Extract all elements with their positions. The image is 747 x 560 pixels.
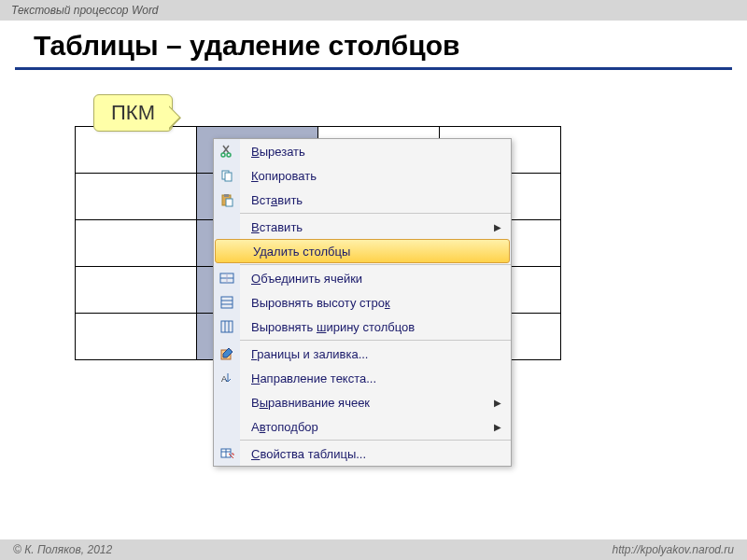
menu-label: Вставить (240, 193, 511, 207)
svg-text:A: A (221, 374, 227, 384)
header-text: Текстовый процессор Word (11, 4, 159, 17)
table-properties-icon (214, 441, 240, 466)
submenu-arrow-icon: ▶ (494, 222, 501, 232)
submenu-arrow-icon: ▶ (494, 422, 501, 432)
header-bar: Текстовый процессор Word (0, 0, 747, 21)
paste-icon (214, 188, 240, 212)
distribute-cols-icon (214, 315, 240, 339)
svg-point-1 (227, 153, 231, 157)
menu-label: Автоподбор (240, 420, 511, 434)
callout-pkm: ПКМ (93, 94, 173, 132)
menu-label: Выровнять ширину столбцов (240, 320, 511, 334)
borders-icon (214, 342, 240, 366)
svg-rect-3 (225, 173, 232, 181)
blank-icon (216, 240, 242, 262)
menu-item-insert[interactable]: Вставить ▶ (214, 215, 511, 239)
menu-label: Границы и заливка... (240, 347, 511, 361)
copy-icon (214, 163, 240, 188)
footer-url: http://kpolyakov.narod.ru (612, 543, 734, 556)
menu-item-distribute-cols[interactable]: Выровнять ширину столбцов (214, 315, 511, 339)
menu-item-cut[interactable]: Вырезать (214, 139, 511, 163)
menu-item-text-direction[interactable]: A Направление текста... (214, 366, 511, 390)
blank-icon (214, 414, 240, 439)
callout-label: ПКМ (111, 101, 155, 124)
menu-item-merge[interactable]: Объединить ячейки (214, 266, 511, 290)
menu-item-autofit[interactable]: Автоподбор ▶ (214, 414, 511, 439)
distribute-rows-icon (214, 290, 240, 315)
menu-item-paste[interactable]: Вставить (214, 188, 511, 212)
menu-item-cell-alignment[interactable]: Выравнивание ячеек ▶ (214, 390, 511, 414)
content-area: ПКМ Вырезать Копировать Вставить (0, 70, 747, 126)
menu-label: Объединить ячейки (240, 272, 511, 286)
menu-item-distribute-rows[interactable]: Выровнять высоту строк (214, 290, 511, 315)
submenu-arrow-icon: ▶ (494, 398, 501, 408)
menu-label: Выровнять высоту строк (240, 296, 511, 310)
context-menu: Вырезать Копировать Вставить Вставить ▶ … (213, 138, 512, 467)
merge-cells-icon (214, 266, 240, 290)
menu-label: Вырезать (240, 145, 511, 159)
slide-title: Таблицы – удаление столбцов (15, 21, 732, 70)
menu-label: Выравнивание ячеек (240, 396, 511, 410)
menu-item-delete-columns[interactable]: Удалить столбцы (215, 239, 510, 263)
footer-bar: © К. Поляков, 2012 http://kpolyakov.naro… (0, 539, 747, 560)
text-direction-icon: A (214, 366, 240, 390)
menu-label: Свойства таблицы... (240, 447, 511, 461)
svg-rect-6 (226, 199, 233, 206)
menu-label: Вставить (240, 220, 511, 234)
blank-icon (214, 215, 240, 239)
menu-label: Удалить столбцы (242, 245, 509, 259)
svg-rect-13 (221, 321, 233, 332)
svg-rect-5 (224, 194, 229, 197)
footer-author: © К. Поляков, 2012 (13, 543, 112, 556)
svg-rect-10 (221, 297, 233, 308)
menu-item-table-properties[interactable]: Свойства таблицы... (214, 441, 511, 466)
blank-icon (214, 390, 240, 414)
menu-label: Направление текста... (240, 371, 511, 385)
cut-icon (214, 139, 240, 163)
menu-item-borders[interactable]: Границы и заливка... (214, 342, 511, 366)
menu-item-copy[interactable]: Копировать (214, 163, 511, 188)
svg-point-0 (221, 153, 225, 157)
menu-label: Копировать (240, 169, 511, 183)
